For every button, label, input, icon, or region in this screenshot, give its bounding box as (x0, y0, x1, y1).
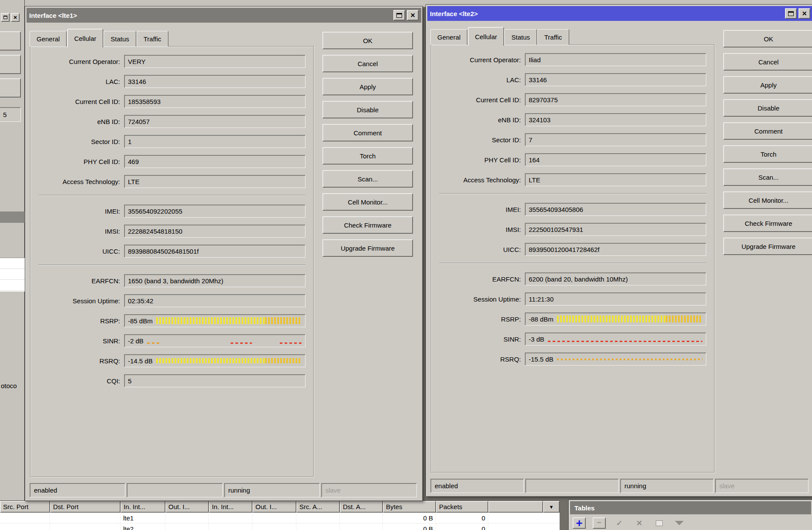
torch-button[interactable]: Torch (322, 147, 413, 164)
current-cell-id-field[interactable]: 82970375 (525, 93, 706, 106)
comment-button[interactable]: Comment (723, 122, 812, 140)
tab-cellular[interactable]: Cellular (468, 27, 504, 46)
tables-window-titlebar[interactable]: Tables (570, 501, 811, 514)
close-button[interactable]: ✕ (407, 10, 419, 20)
column-header-packets[interactable]: Packets (436, 501, 488, 513)
background-button-fragment[interactable] (0, 78, 21, 97)
table-row[interactable]: lte1 0 B 0 (0, 513, 560, 523)
upgrade-firmware-button[interactable]: Upgrade Firmware (322, 239, 413, 257)
torch-button[interactable]: Torch (723, 145, 812, 163)
remove-button[interactable]: − (593, 517, 606, 529)
rsrp-field[interactable]: -85 dBm (124, 314, 305, 327)
column-header-out-interface[interactable]: Out. I... (165, 501, 209, 513)
scan-button[interactable]: Scan... (322, 170, 413, 188)
phy-cell-id-field[interactable]: 469 (124, 155, 305, 168)
tab-traffic[interactable]: Traffic (137, 31, 168, 47)
maximize-button[interactable] (1, 13, 10, 22)
maximize-button[interactable] (785, 8, 797, 19)
column-header-dst-port[interactable]: Dst. Port (50, 501, 121, 513)
column-header-src-address[interactable]: Src. A... (296, 501, 340, 513)
disable-button[interactable]: Disable (322, 101, 413, 118)
rsrq-value: -14.5 dB (128, 357, 153, 365)
sector-id-field[interactable]: 7 (525, 133, 706, 146)
imsi-field[interactable]: 222882454818150 (124, 225, 305, 238)
lac-field[interactable]: 33146 (525, 73, 706, 86)
enb-id-field[interactable]: 324103 (525, 113, 706, 126)
cell-monitor-button[interactable]: Cell Monitor... (322, 193, 413, 211)
disable-button[interactable]: ✕ (633, 517, 646, 529)
window-title: Interface <lte2> (430, 10, 783, 17)
imei-field[interactable]: 355654092202055 (124, 205, 305, 218)
column-header-in-interface[interactable]: In. Int... (121, 501, 165, 513)
imei-field[interactable]: 355654093405806 (525, 203, 706, 216)
filter-button[interactable] (673, 517, 686, 529)
background-field-value: 5 (3, 111, 7, 118)
apply-button[interactable]: Apply (723, 76, 812, 94)
session-uptime-field[interactable]: 11:21:30 (525, 292, 706, 305)
sector-id-field[interactable]: 1 (124, 135, 305, 148)
enable-button[interactable]: ✓ (613, 517, 626, 529)
background-button-fragment[interactable] (0, 31, 21, 50)
uicc-field[interactable]: 8939500120041728462f (525, 243, 706, 256)
tab-status[interactable]: Status (504, 29, 537, 45)
add-button[interactable]: + (573, 517, 586, 529)
tab-status[interactable]: Status (104, 31, 136, 47)
column-header-out-interface-2[interactable]: Out. I... (252, 501, 296, 513)
comment-button[interactable]: Comment (322, 124, 413, 141)
tab-cellular[interactable]: Cellular (67, 29, 103, 47)
phy-cell-id-field[interactable]: 164 (525, 153, 706, 166)
upgrade-firmware-button[interactable]: Upgrade Firmware (723, 238, 812, 255)
session-uptime-field[interactable]: 02:35:42 (124, 294, 305, 307)
current-operator-field[interactable]: Iliad (525, 53, 706, 66)
rsrp-field[interactable]: -88 dBm (525, 312, 706, 325)
rsrq-field[interactable]: -14.5 dB (124, 354, 305, 367)
column-header-bytes[interactable]: Bytes (383, 501, 436, 513)
background-list-fragment (0, 258, 25, 292)
tab-traffic[interactable]: Traffic (537, 29, 569, 45)
close-button[interactable]: ✕ (11, 13, 20, 22)
cell-in-interface: lte1 (121, 513, 165, 523)
cancel-button[interactable]: Cancel (322, 55, 413, 72)
current-cell-id-field[interactable]: 185358593 (124, 95, 305, 108)
check-firmware-button[interactable]: Check Firmware (322, 216, 413, 234)
earfcn-field[interactable]: 1650 (band 3, bandwidth 20Mhz) (124, 274, 305, 287)
earfcn-field[interactable]: 6200 (band 20, bandwidth 10Mhz) (525, 272, 706, 285)
enb-id-field[interactable]: 724057 (124, 115, 305, 128)
ok-button[interactable]: OK (322, 32, 413, 49)
disable-button[interactable]: Disable (723, 99, 812, 117)
field-label: Access Technology: (38, 178, 120, 185)
column-header-in-interface-2[interactable]: In. Int... (209, 501, 252, 513)
rsrq-field[interactable]: -15.5 dB (525, 352, 706, 366)
column-options-button[interactable]: ▼ (543, 501, 560, 513)
scan-button[interactable]: Scan... (723, 168, 812, 186)
ok-button[interactable]: OK (723, 30, 812, 47)
comment-button[interactable] (653, 517, 666, 529)
lac-field[interactable]: 33146 (124, 75, 305, 88)
imsi-field[interactable]: 222500102547931 (525, 223, 706, 236)
cqi-field[interactable]: 5 (124, 374, 305, 387)
window-titlebar[interactable]: Interface <lte1> ✕ (27, 8, 421, 23)
access-technology-field[interactable]: LTE (124, 175, 305, 188)
uicc-field[interactable]: 8939880845026481501f (124, 245, 305, 258)
cancel-button[interactable]: Cancel (723, 53, 812, 70)
status-bar: enabled running slave (430, 479, 809, 493)
close-button[interactable]: ✕ (799, 8, 810, 19)
column-header-src-port[interactable]: Src. Port (0, 501, 50, 513)
background-button-fragment[interactable] (0, 55, 21, 74)
rsrp-value: -88 dBm (529, 315, 554, 323)
cell-in-interface: lte2 (121, 523, 165, 530)
rsrp-signal-bar (156, 317, 302, 324)
maximize-button[interactable] (393, 10, 405, 20)
sinr-field[interactable]: -2 dB (124, 334, 305, 347)
cell-monitor-button[interactable]: Cell Monitor... (723, 191, 812, 209)
tab-general[interactable]: General (430, 29, 467, 45)
column-header-dst-address[interactable]: Dst. A... (340, 501, 383, 513)
window-titlebar[interactable]: Interface <lte2> ✕ (427, 6, 812, 21)
apply-button[interactable]: Apply (322, 78, 413, 95)
current-operator-field[interactable]: VERY (124, 55, 305, 68)
tab-general[interactable]: General (30, 31, 67, 47)
table-row[interactable]: lte2 0 B 0 (0, 523, 560, 530)
access-technology-field[interactable]: LTE (525, 173, 706, 186)
check-firmware-button[interactable]: Check Firmware (723, 215, 812, 232)
sinr-field[interactable]: -3 dB (525, 332, 706, 346)
